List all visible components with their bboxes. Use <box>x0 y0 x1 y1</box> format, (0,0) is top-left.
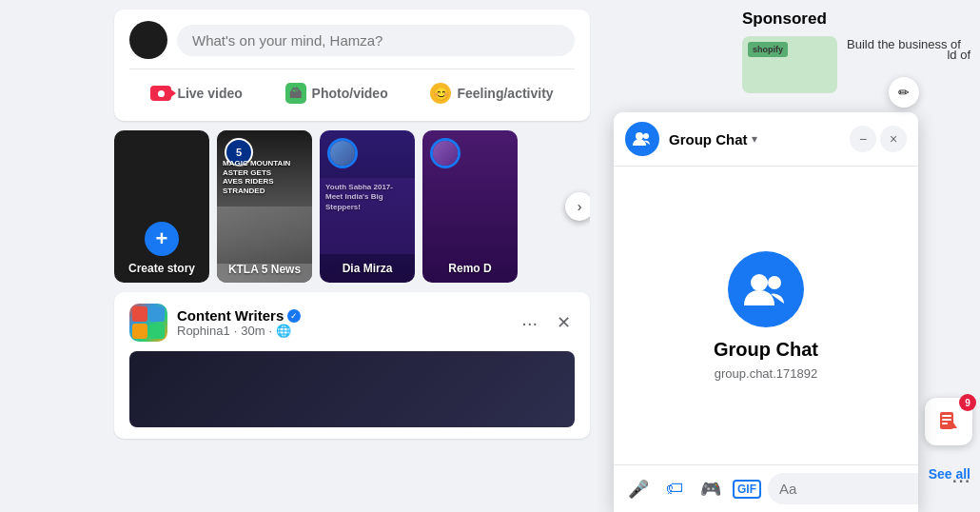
svg-point-7 <box>751 274 768 291</box>
compose-icon: ✏ <box>898 85 910 100</box>
user-avatar <box>129 21 167 59</box>
post-meta: Rophina1 · 30m · 🌐 <box>177 324 301 338</box>
ad-text: Build the business of <box>847 36 961 53</box>
mic-button[interactable]: 🎤 <box>623 474 654 504</box>
gif-button[interactable]: GIF <box>732 474 762 504</box>
post-card-header: Content Writers ✓ Rophina1 · 30m · 🌐 ···… <box>129 304 575 342</box>
ad-extra-text: ld of <box>947 48 970 62</box>
minimize-icon: − <box>859 131 867 147</box>
sponsored-label: Sponsored <box>742 10 970 29</box>
create-story-label: Create story <box>128 262 195 275</box>
ktla-story-card[interactable]: 5 MAGIC MOUNTAINASTER GETSAVES RIDERSSTR… <box>217 130 312 283</box>
chat-close-button[interactable]: × <box>880 126 907 152</box>
sticker-icon: 🏷 <box>666 479 683 499</box>
new-message-button[interactable]: ✏ <box>889 77 919 108</box>
post-card: Content Writers ✓ Rophina1 · 30m · 🌐 ···… <box>114 292 590 439</box>
ktla-story-label: KTLA 5 News <box>228 263 301 276</box>
post-author: Rophina1 <box>177 324 230 338</box>
chat-group-id: group.chat.171892 <box>715 366 817 381</box>
group-name: Content Writers <box>177 307 284 324</box>
post-dot: · <box>234 324 238 338</box>
stories-row: + Create story 5 MAGIC MOUNTAINASTER GET… <box>114 130 590 283</box>
svg-rect-2 <box>942 419 951 421</box>
mic-icon: 🎤 <box>628 479 649 500</box>
chat-header: Group Chat ▾ − × <box>614 112 918 167</box>
post-card-info: Content Writers ✓ Rophina1 · 30m · 🌐 <box>177 307 301 338</box>
verified-badge: ✓ <box>287 309 301 323</box>
dia-story-label: Dia Mirza <box>343 262 393 275</box>
chat-popup: Group Chat ▾ − × Group Chat group.chat.1… <box>614 112 918 512</box>
chat-group-large-avatar <box>728 251 804 327</box>
post-actions: Live video 🏔 Photo/video 😊 Feeling/activ… <box>129 69 575 109</box>
dia-story-card[interactable]: Youth Sabha 2017-Meet India's Big Steppe… <box>320 130 415 283</box>
post-time: 30m <box>241 324 265 338</box>
post-dot2: · <box>269 324 273 338</box>
chat-input[interactable] <box>768 473 918 504</box>
feeling-button[interactable]: 😊 Feeling/activity <box>419 77 564 109</box>
chat-chevron-icon: ▾ <box>752 132 757 146</box>
notification-icon[interactable]: 9 <box>925 398 972 445</box>
post-close-button[interactable]: ✕ <box>553 308 575 337</box>
svg-point-5 <box>636 132 643 140</box>
post-options-button[interactable]: ··· <box>514 308 545 338</box>
svg-rect-1 <box>942 415 951 417</box>
svg-point-8 <box>768 276 781 289</box>
game-icon: 🎮 <box>700 479 721 500</box>
gif-icon: GIF <box>733 480 761 499</box>
chat-header-actions: − × <box>850 126 907 152</box>
photo-video-button[interactable]: 🏔 Photo/video <box>274 77 400 109</box>
photo-video-label: Photo/video <box>312 86 388 101</box>
chat-group-icon <box>625 122 659 156</box>
post-box: Live video 🏔 Photo/video 😊 Feeling/activ… <box>114 10 590 121</box>
ad-card: shopify Build the business of <box>742 36 970 93</box>
feed-container: Live video 🏔 Photo/video 😊 Feeling/activ… <box>105 0 599 512</box>
notification-badge: 9 <box>959 394 976 411</box>
ad-thumbnail: shopify <box>742 36 837 93</box>
notification-area: 9 <box>925 398 972 445</box>
group-post-avatar <box>129 304 167 342</box>
chat-group-large-icon <box>742 266 790 313</box>
live-video-label: Live video <box>177 86 242 101</box>
post-box-top <box>129 21 575 59</box>
more-options-button[interactable]: ··· <box>951 466 970 493</box>
remo-story-label: Remo D <box>448 262 491 275</box>
feeling-label: Feeling/activity <box>457 86 553 101</box>
sticker-button[interactable]: 🏷 <box>659 474 690 504</box>
remo-story-card[interactable]: Remo D <box>422 130 518 283</box>
chat-minimize-button[interactable]: − <box>850 126 876 152</box>
create-story-card[interactable]: + Create story <box>114 130 209 283</box>
chat-title-wrap: Group Chat ▾ <box>669 131 840 148</box>
post-card-actions: ··· ✕ <box>514 308 575 338</box>
stories-next-button[interactable]: › <box>565 192 590 221</box>
svg-rect-3 <box>942 423 948 424</box>
create-story-plus: + <box>145 222 179 256</box>
game-button[interactable]: 🎮 <box>696 474 726 504</box>
svg-point-6 <box>643 133 649 139</box>
chat-footer: 🎤 🏷 🎮 GIF 😊 👍 ele <box>614 464 918 512</box>
group-chat-header-icon <box>632 128 653 149</box>
book-icon <box>936 409 961 434</box>
live-video-button[interactable]: Live video <box>139 77 253 109</box>
post-input[interactable] <box>177 25 575 56</box>
post-thumbnail <box>129 351 575 427</box>
chat-title: Group Chat <box>669 131 748 148</box>
post-privacy: 🌐 <box>276 324 291 338</box>
chat-group-display-name: Group Chat <box>714 339 818 361</box>
chat-body: Group Chat group.chat.171892 <box>614 167 918 464</box>
close-icon: × <box>890 131 897 147</box>
